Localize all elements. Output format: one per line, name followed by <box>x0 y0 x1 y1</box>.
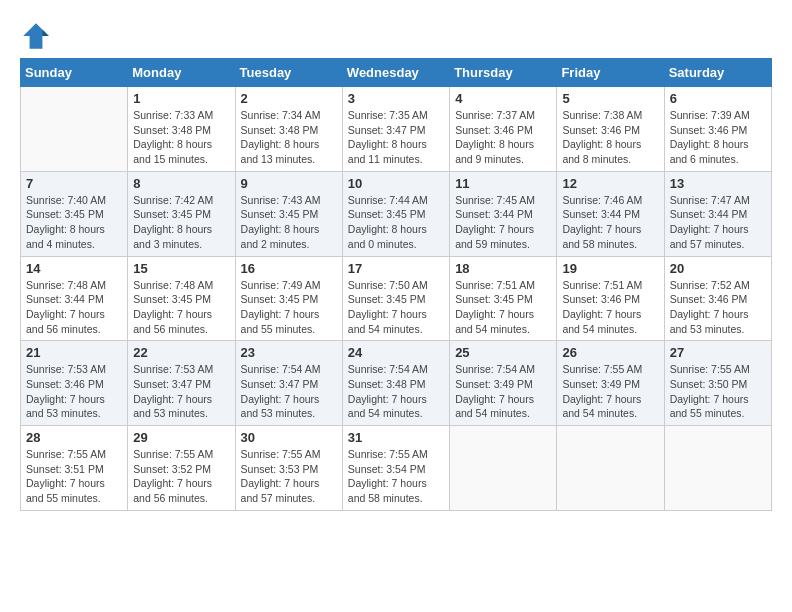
calendar-cell: 14Sunrise: 7:48 AM Sunset: 3:44 PM Dayli… <box>21 256 128 341</box>
day-number: 8 <box>133 176 229 191</box>
calendar-cell: 20Sunrise: 7:52 AM Sunset: 3:46 PM Dayli… <box>664 256 771 341</box>
day-info: Sunrise: 7:37 AM Sunset: 3:46 PM Dayligh… <box>455 108 551 167</box>
day-info: Sunrise: 7:43 AM Sunset: 3:45 PM Dayligh… <box>241 193 337 252</box>
day-info: Sunrise: 7:48 AM Sunset: 3:44 PM Dayligh… <box>26 278 122 337</box>
calendar-cell: 12Sunrise: 7:46 AM Sunset: 3:44 PM Dayli… <box>557 171 664 256</box>
day-number: 17 <box>348 261 444 276</box>
day-info: Sunrise: 7:44 AM Sunset: 3:45 PM Dayligh… <box>348 193 444 252</box>
calendar-cell: 22Sunrise: 7:53 AM Sunset: 3:47 PM Dayli… <box>128 341 235 426</box>
logo <box>20 20 56 52</box>
day-info: Sunrise: 7:46 AM Sunset: 3:44 PM Dayligh… <box>562 193 658 252</box>
svg-marker-1 <box>42 30 48 36</box>
calendar-cell: 23Sunrise: 7:54 AM Sunset: 3:47 PM Dayli… <box>235 341 342 426</box>
day-info: Sunrise: 7:54 AM Sunset: 3:47 PM Dayligh… <box>241 362 337 421</box>
day-info: Sunrise: 7:34 AM Sunset: 3:48 PM Dayligh… <box>241 108 337 167</box>
calendar-week-row: 7Sunrise: 7:40 AM Sunset: 3:45 PM Daylig… <box>21 171 772 256</box>
calendar-cell: 1Sunrise: 7:33 AM Sunset: 3:48 PM Daylig… <box>128 87 235 172</box>
calendar-cell: 25Sunrise: 7:54 AM Sunset: 3:49 PM Dayli… <box>450 341 557 426</box>
calendar-table: SundayMondayTuesdayWednesdayThursdayFrid… <box>20 58 772 511</box>
weekday-header: Sunday <box>21 59 128 87</box>
day-number: 21 <box>26 345 122 360</box>
calendar-week-row: 28Sunrise: 7:55 AM Sunset: 3:51 PM Dayli… <box>21 426 772 511</box>
day-number: 29 <box>133 430 229 445</box>
weekday-header: Thursday <box>450 59 557 87</box>
weekday-header: Wednesday <box>342 59 449 87</box>
weekday-header: Friday <box>557 59 664 87</box>
calendar-cell: 13Sunrise: 7:47 AM Sunset: 3:44 PM Dayli… <box>664 171 771 256</box>
day-number: 18 <box>455 261 551 276</box>
day-number: 15 <box>133 261 229 276</box>
calendar-cell: 26Sunrise: 7:55 AM Sunset: 3:49 PM Dayli… <box>557 341 664 426</box>
day-number: 31 <box>348 430 444 445</box>
day-number: 10 <box>348 176 444 191</box>
calendar-cell: 21Sunrise: 7:53 AM Sunset: 3:46 PM Dayli… <box>21 341 128 426</box>
calendar-cell: 18Sunrise: 7:51 AM Sunset: 3:45 PM Dayli… <box>450 256 557 341</box>
day-number: 7 <box>26 176 122 191</box>
logo-icon <box>20 20 52 52</box>
weekday-header: Tuesday <box>235 59 342 87</box>
day-info: Sunrise: 7:49 AM Sunset: 3:45 PM Dayligh… <box>241 278 337 337</box>
weekday-header: Saturday <box>664 59 771 87</box>
day-number: 26 <box>562 345 658 360</box>
calendar-cell: 11Sunrise: 7:45 AM Sunset: 3:44 PM Dayli… <box>450 171 557 256</box>
day-info: Sunrise: 7:48 AM Sunset: 3:45 PM Dayligh… <box>133 278 229 337</box>
calendar-cell: 17Sunrise: 7:50 AM Sunset: 3:45 PM Dayli… <box>342 256 449 341</box>
day-number: 23 <box>241 345 337 360</box>
day-number: 20 <box>670 261 766 276</box>
calendar-cell <box>557 426 664 511</box>
calendar-cell: 30Sunrise: 7:55 AM Sunset: 3:53 PM Dayli… <box>235 426 342 511</box>
calendar-cell: 16Sunrise: 7:49 AM Sunset: 3:45 PM Dayli… <box>235 256 342 341</box>
day-info: Sunrise: 7:42 AM Sunset: 3:45 PM Dayligh… <box>133 193 229 252</box>
day-number: 4 <box>455 91 551 106</box>
day-number: 24 <box>348 345 444 360</box>
calendar-cell: 4Sunrise: 7:37 AM Sunset: 3:46 PM Daylig… <box>450 87 557 172</box>
day-number: 30 <box>241 430 337 445</box>
day-info: Sunrise: 7:55 AM Sunset: 3:49 PM Dayligh… <box>562 362 658 421</box>
calendar-cell: 29Sunrise: 7:55 AM Sunset: 3:52 PM Dayli… <box>128 426 235 511</box>
day-number: 16 <box>241 261 337 276</box>
day-info: Sunrise: 7:40 AM Sunset: 3:45 PM Dayligh… <box>26 193 122 252</box>
day-info: Sunrise: 7:51 AM Sunset: 3:46 PM Dayligh… <box>562 278 658 337</box>
day-number: 13 <box>670 176 766 191</box>
calendar-cell: 19Sunrise: 7:51 AM Sunset: 3:46 PM Dayli… <box>557 256 664 341</box>
calendar-week-row: 1Sunrise: 7:33 AM Sunset: 3:48 PM Daylig… <box>21 87 772 172</box>
day-info: Sunrise: 7:55 AM Sunset: 3:51 PM Dayligh… <box>26 447 122 506</box>
calendar-cell: 24Sunrise: 7:54 AM Sunset: 3:48 PM Dayli… <box>342 341 449 426</box>
weekday-header: Monday <box>128 59 235 87</box>
calendar-week-row: 14Sunrise: 7:48 AM Sunset: 3:44 PM Dayli… <box>21 256 772 341</box>
calendar-cell: 10Sunrise: 7:44 AM Sunset: 3:45 PM Dayli… <box>342 171 449 256</box>
calendar-cell: 7Sunrise: 7:40 AM Sunset: 3:45 PM Daylig… <box>21 171 128 256</box>
day-info: Sunrise: 7:38 AM Sunset: 3:46 PM Dayligh… <box>562 108 658 167</box>
calendar-cell: 6Sunrise: 7:39 AM Sunset: 3:46 PM Daylig… <box>664 87 771 172</box>
calendar-cell: 9Sunrise: 7:43 AM Sunset: 3:45 PM Daylig… <box>235 171 342 256</box>
day-number: 6 <box>670 91 766 106</box>
day-info: Sunrise: 7:52 AM Sunset: 3:46 PM Dayligh… <box>670 278 766 337</box>
day-number: 2 <box>241 91 337 106</box>
calendar-header: SundayMondayTuesdayWednesdayThursdayFrid… <box>21 59 772 87</box>
day-number: 12 <box>562 176 658 191</box>
day-number: 5 <box>562 91 658 106</box>
day-number: 11 <box>455 176 551 191</box>
day-number: 1 <box>133 91 229 106</box>
calendar-week-row: 21Sunrise: 7:53 AM Sunset: 3:46 PM Dayli… <box>21 341 772 426</box>
day-number: 27 <box>670 345 766 360</box>
day-info: Sunrise: 7:53 AM Sunset: 3:47 PM Dayligh… <box>133 362 229 421</box>
day-info: Sunrise: 7:51 AM Sunset: 3:45 PM Dayligh… <box>455 278 551 337</box>
calendar-cell: 8Sunrise: 7:42 AM Sunset: 3:45 PM Daylig… <box>128 171 235 256</box>
day-info: Sunrise: 7:55 AM Sunset: 3:52 PM Dayligh… <box>133 447 229 506</box>
calendar-cell <box>664 426 771 511</box>
day-number: 25 <box>455 345 551 360</box>
calendar-cell: 31Sunrise: 7:55 AM Sunset: 3:54 PM Dayli… <box>342 426 449 511</box>
day-number: 19 <box>562 261 658 276</box>
day-info: Sunrise: 7:39 AM Sunset: 3:46 PM Dayligh… <box>670 108 766 167</box>
calendar-cell: 3Sunrise: 7:35 AM Sunset: 3:47 PM Daylig… <box>342 87 449 172</box>
day-number: 9 <box>241 176 337 191</box>
calendar-cell: 2Sunrise: 7:34 AM Sunset: 3:48 PM Daylig… <box>235 87 342 172</box>
day-info: Sunrise: 7:54 AM Sunset: 3:48 PM Dayligh… <box>348 362 444 421</box>
day-number: 28 <box>26 430 122 445</box>
day-number: 3 <box>348 91 444 106</box>
day-info: Sunrise: 7:53 AM Sunset: 3:46 PM Dayligh… <box>26 362 122 421</box>
calendar-cell: 5Sunrise: 7:38 AM Sunset: 3:46 PM Daylig… <box>557 87 664 172</box>
calendar-cell: 15Sunrise: 7:48 AM Sunset: 3:45 PM Dayli… <box>128 256 235 341</box>
day-number: 22 <box>133 345 229 360</box>
